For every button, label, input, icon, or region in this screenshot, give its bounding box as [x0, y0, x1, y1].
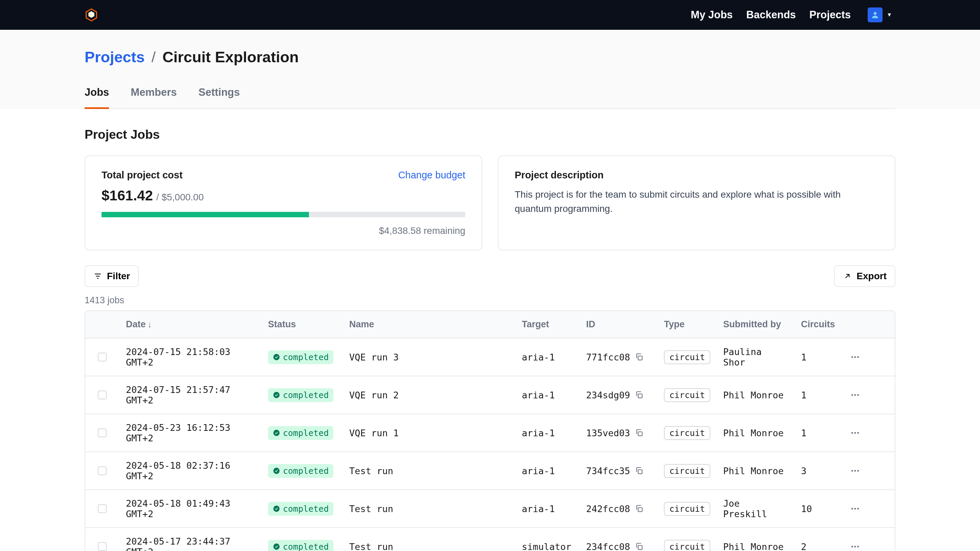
row-checkbox[interactable]	[98, 504, 107, 513]
user-menu[interactable]: ▼	[868, 8, 892, 22]
col-header-name[interactable]: Name	[342, 319, 515, 330]
description-card-title: Project description	[515, 170, 878, 181]
copy-icon[interactable]	[635, 467, 644, 475]
more-icon[interactable]	[850, 503, 860, 514]
breadcrumb: Projects / Circuit Exploration	[84, 30, 896, 66]
avatar	[868, 8, 883, 22]
cell-name: Test run	[342, 503, 515, 514]
cost-total: / $5,000.00	[156, 192, 204, 203]
cell-submitted: Joe Preskill	[716, 498, 794, 519]
svg-point-20	[857, 432, 859, 434]
cell-target: aria-1	[515, 466, 579, 476]
copy-icon[interactable]	[635, 353, 644, 361]
copy-icon[interactable]	[635, 504, 644, 513]
more-icon[interactable]	[850, 352, 860, 362]
nav-backends[interactable]: Backends	[746, 9, 795, 21]
cell-target: simulator	[515, 541, 579, 551]
budget-remaining: $4,838.58 remaining	[102, 225, 465, 236]
cell-id: 135ved03	[579, 428, 657, 438]
row-checkbox[interactable]	[98, 390, 107, 400]
col-header-status[interactable]: Status	[261, 319, 342, 330]
col-header-id[interactable]: ID	[579, 319, 657, 330]
svg-point-9	[854, 357, 856, 358]
change-budget-link[interactable]: Change budget	[398, 170, 465, 181]
cell-date: 2024-05-18 02:37:16 GMT+2	[119, 460, 261, 481]
filter-icon	[94, 272, 102, 280]
row-checkbox[interactable]	[98, 542, 107, 551]
table-row[interactable]: 2024-05-17 23:44:37 GMT+2 completed Test…	[85, 528, 895, 551]
cost-amount: $161.42	[102, 188, 153, 204]
table-row[interactable]: 2024-05-18 02:37:16 GMT+2 completed Test…	[85, 452, 895, 490]
description-card: Project description This project is for …	[498, 155, 896, 250]
copy-icon[interactable]	[635, 428, 644, 437]
nav-my-jobs[interactable]: My Jobs	[690, 9, 733, 21]
type-badge: circuit	[664, 464, 710, 478]
cell-submitted: Phil Monroe	[716, 390, 794, 400]
type-badge: circuit	[664, 502, 710, 516]
chevron-down-icon: ▼	[886, 12, 892, 18]
cost-card-title: Total project cost	[102, 170, 183, 181]
breadcrumb-current: Circuit Exploration	[162, 48, 299, 66]
col-header-target[interactable]: Target	[515, 319, 579, 330]
export-icon	[843, 272, 852, 280]
svg-point-11	[274, 392, 280, 398]
cell-date: 2024-05-18 01:49:43 GMT+2	[119, 498, 261, 519]
table-row[interactable]: 2024-05-18 01:49:43 GMT+2 completed Test…	[85, 490, 895, 528]
copy-icon[interactable]	[635, 390, 644, 400]
export-button[interactable]: Export	[834, 265, 896, 287]
more-icon[interactable]	[850, 466, 860, 476]
filter-button[interactable]: Filter	[84, 265, 139, 287]
col-header-circuits[interactable]: Circuits	[794, 319, 842, 330]
cell-name: Test run	[342, 466, 515, 476]
svg-point-2	[874, 12, 877, 15]
section-title: Project Jobs	[84, 127, 896, 142]
cell-id: 771fcc08	[579, 352, 657, 363]
cell-circuits: 1	[794, 428, 842, 438]
svg-point-13	[851, 394, 853, 396]
col-header-submitted[interactable]: Submitted by	[716, 319, 794, 330]
more-icon[interactable]	[850, 390, 860, 400]
cell-date: 2024-07-15 21:57:47 GMT+2	[119, 384, 261, 406]
cell-date: 2024-05-17 23:44:37 GMT+2	[119, 536, 261, 551]
svg-point-26	[274, 506, 280, 512]
tab-jobs[interactable]: Jobs	[84, 86, 109, 109]
row-checkbox[interactable]	[98, 467, 107, 475]
table-header: Date↓ Status Name Target ID Type Submitt…	[85, 311, 895, 338]
more-icon[interactable]	[850, 428, 860, 438]
svg-point-10	[857, 357, 859, 358]
col-header-date[interactable]: Date↓	[119, 319, 261, 330]
cost-card: Total project cost Change budget $161.42…	[84, 155, 482, 250]
logo[interactable]	[83, 7, 100, 23]
description-text: This project is for the team to submit c…	[515, 188, 878, 216]
row-checkbox[interactable]	[98, 428, 107, 437]
svg-point-16	[274, 430, 280, 436]
type-badge: circuit	[664, 426, 710, 440]
type-badge: circuit	[664, 350, 710, 364]
cell-circuits: 2	[794, 541, 842, 551]
tabs: Jobs Members Settings	[84, 86, 896, 109]
breadcrumb-projects[interactable]: Projects	[84, 48, 145, 66]
svg-point-31	[274, 543, 280, 549]
copy-icon[interactable]	[635, 542, 644, 551]
more-icon[interactable]	[850, 541, 860, 551]
svg-point-8	[851, 357, 853, 358]
table-row[interactable]: 2024-07-15 21:58:03 GMT+2 completed VQE …	[85, 338, 895, 376]
row-checkbox[interactable]	[98, 353, 107, 361]
svg-rect-22	[638, 470, 642, 474]
table-row[interactable]: 2024-07-15 21:57:47 GMT+2 completed VQE …	[85, 376, 895, 414]
budget-progress-fill	[102, 212, 309, 217]
status-badge: completed	[268, 502, 333, 516]
tab-settings[interactable]: Settings	[198, 86, 240, 109]
svg-point-28	[851, 508, 853, 510]
breadcrumb-separator: /	[151, 48, 156, 66]
sort-down-icon: ↓	[148, 320, 152, 329]
status-badge: completed	[268, 540, 333, 551]
tab-members[interactable]: Members	[130, 86, 177, 109]
col-header-type[interactable]: Type	[657, 319, 716, 330]
svg-point-6	[274, 354, 280, 360]
table-row[interactable]: 2024-05-23 16:12:53 GMT+2 completed VQE …	[85, 414, 895, 452]
status-badge: completed	[268, 464, 333, 478]
cell-id: 234sdg09	[579, 390, 657, 400]
check-circle-icon	[273, 429, 280, 436]
nav-projects[interactable]: Projects	[810, 9, 851, 21]
